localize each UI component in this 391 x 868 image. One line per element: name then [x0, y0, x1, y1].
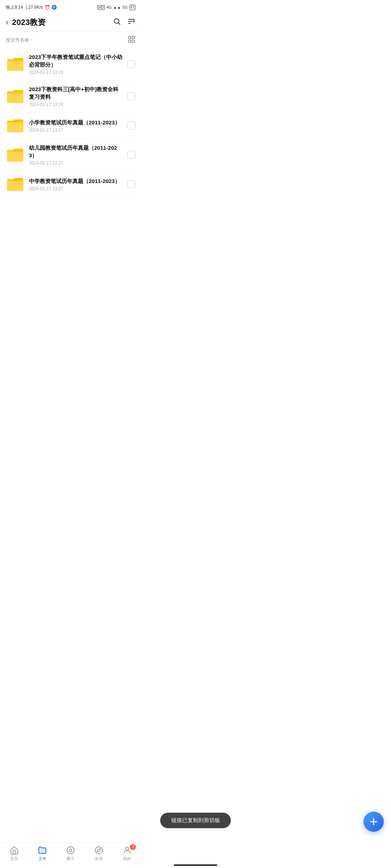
vpn-icon: 🧿	[51, 5, 57, 10]
file-list: 2023下半年教资笔试重点笔记（中小幼必背部分） 2024-01-17 13:2…	[0, 48, 141, 197]
file-name: 2023下半年教资笔试重点笔记（中小幼必背部分）	[29, 53, 123, 68]
folder-icon	[6, 147, 25, 163]
svg-rect-8	[132, 40, 134, 42]
folder-icon	[6, 118, 25, 133]
list-item[interactable]: 幼儿园教资笔试历年真题（2011-2023） 2024-01-17 13:27	[4, 139, 138, 171]
file-info: 2023下教资科三[高中+初中]教资全科复习资料 2024-01-17 13:2…	[29, 85, 123, 107]
file-info: 2023下半年教资笔试重点笔记（中小幼必背部分） 2024-01-17 13:2…	[29, 53, 123, 75]
sort-bar: 按文件名称 ↑	[0, 32, 141, 48]
status-right: HD 4G ▲▲ 5G 67	[97, 5, 135, 10]
file-date: 2024-01-17 13:27	[29, 128, 123, 133]
folder-icon	[6, 56, 25, 72]
sort-icon[interactable]	[127, 17, 135, 27]
signal-icon: ▲▲	[113, 5, 121, 9]
file-name: 幼儿园教资笔试历年真题（2011-2023）	[29, 144, 123, 159]
svg-rect-6	[132, 37, 134, 39]
file-date: 2024-01-17 13:23	[29, 70, 123, 75]
list-item[interactable]: 2023下半年教资笔试重点笔记（中小幼必背部分） 2024-01-17 13:2…	[4, 48, 138, 80]
page-title: 2023教资	[12, 17, 113, 28]
status-left: 晚上9:14 | 27.6K/s ⏰ 🧿	[6, 4, 57, 10]
status-speed: | 27.6K/s	[26, 5, 43, 10]
file-date: 2024-01-17 13:24	[29, 102, 123, 107]
5g-icon: 5G	[122, 5, 128, 9]
file-checkbox[interactable]	[127, 60, 135, 68]
file-name: 中学教资笔试历年真题（2011-2023）	[29, 177, 123, 185]
4g-icon: 4G	[106, 5, 112, 9]
file-name: 小学教资笔试历年真题（2011-2023）	[29, 119, 123, 126]
status-bar: 晚上9:14 | 27.6K/s ⏰ 🧿 HD 4G ▲▲ 5G 67	[0, 0, 141, 13]
file-date: 2024-01-17 13:27	[29, 186, 123, 191]
file-info: 小学教资笔试历年真题（2011-2023） 2024-01-17 13:27	[29, 119, 123, 133]
list-item[interactable]: 中学教资笔试历年真题（2011-2023） 2024-01-17 13:27	[4, 171, 138, 197]
folder-icon	[6, 176, 25, 192]
file-checkbox[interactable]	[127, 151, 135, 159]
folder-icon	[6, 88, 25, 104]
list-item[interactable]: 2023下教资科三[高中+初中]教资全科复习资料 2024-01-17 13:2…	[4, 80, 138, 112]
battery: 67	[129, 5, 135, 10]
header: ‹ 2023教资	[0, 13, 141, 32]
alarm-icon: ⏰	[45, 5, 50, 10]
svg-rect-7	[129, 40, 131, 42]
back-button[interactable]: ‹	[6, 18, 8, 26]
sort-label[interactable]: 按文件名称 ↑	[6, 37, 33, 43]
list-item[interactable]: 小学教资笔试历年真题（2011-2023） 2024-01-17 13:27	[4, 112, 138, 139]
status-time: 晚上9:14	[6, 4, 23, 10]
svg-rect-5	[129, 37, 131, 39]
file-name: 2023下教资科三[高中+初中]教资全科复习资料	[29, 85, 123, 101]
file-checkbox[interactable]	[127, 122, 135, 129]
grid-view-icon[interactable]	[127, 35, 135, 44]
file-info: 中学教资笔试历年真题（2011-2023） 2024-01-17 13:27	[29, 177, 123, 191]
file-date: 2024-01-17 13:27	[29, 161, 123, 166]
hd-badge: HD	[97, 5, 105, 10]
file-checkbox[interactable]	[127, 180, 135, 188]
file-info: 幼儿园教资笔试历年真题（2011-2023） 2024-01-17 13:27	[29, 144, 123, 166]
header-actions	[113, 17, 135, 27]
file-checkbox[interactable]	[127, 92, 135, 100]
search-icon[interactable]	[113, 17, 121, 27]
svg-line-1	[118, 23, 120, 24]
